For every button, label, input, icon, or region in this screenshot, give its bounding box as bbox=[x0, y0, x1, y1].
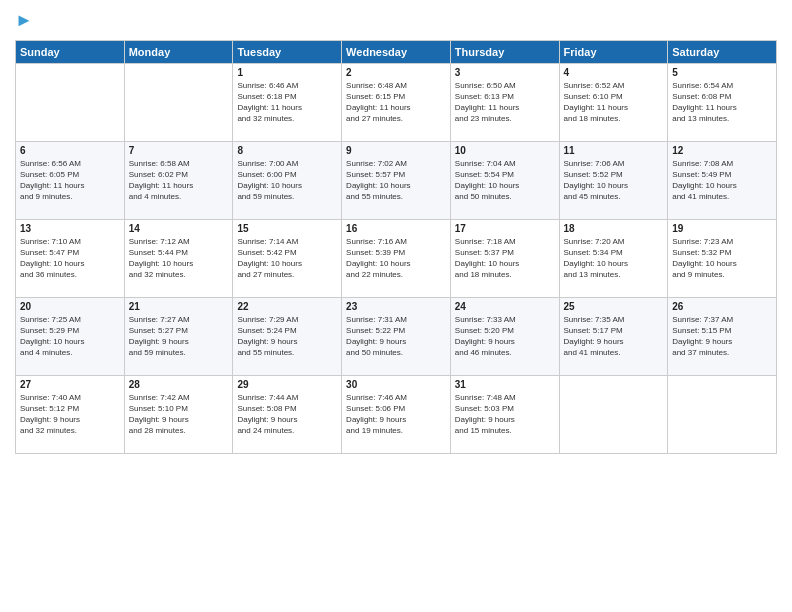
calendar-cell: 13Sunrise: 7:10 AMSunset: 5:47 PMDayligh… bbox=[16, 219, 125, 297]
day-number: 8 bbox=[237, 145, 337, 156]
day-number: 2 bbox=[346, 67, 446, 78]
day-info: Sunrise: 7:44 AMSunset: 5:08 PMDaylight:… bbox=[237, 392, 337, 437]
weekday-header-saturday: Saturday bbox=[668, 40, 777, 63]
calendar-cell: 6Sunrise: 6:56 AMSunset: 6:05 PMDaylight… bbox=[16, 141, 125, 219]
day-info: Sunrise: 6:58 AMSunset: 6:02 PMDaylight:… bbox=[129, 158, 229, 203]
day-number: 10 bbox=[455, 145, 555, 156]
day-info: Sunrise: 7:31 AMSunset: 5:22 PMDaylight:… bbox=[346, 314, 446, 359]
day-info: Sunrise: 6:54 AMSunset: 6:08 PMDaylight:… bbox=[672, 80, 772, 125]
calendar-cell: 31Sunrise: 7:48 AMSunset: 5:03 PMDayligh… bbox=[450, 375, 559, 453]
calendar-cell: 21Sunrise: 7:27 AMSunset: 5:27 PMDayligh… bbox=[124, 297, 233, 375]
calendar-cell: 1Sunrise: 6:46 AMSunset: 6:18 PMDaylight… bbox=[233, 63, 342, 141]
day-info: Sunrise: 7:04 AMSunset: 5:54 PMDaylight:… bbox=[455, 158, 555, 203]
calendar-cell bbox=[16, 63, 125, 141]
day-number: 21 bbox=[129, 301, 229, 312]
day-info: Sunrise: 6:52 AMSunset: 6:10 PMDaylight:… bbox=[564, 80, 664, 125]
calendar-cell: 29Sunrise: 7:44 AMSunset: 5:08 PMDayligh… bbox=[233, 375, 342, 453]
calendar-cell: 10Sunrise: 7:04 AMSunset: 5:54 PMDayligh… bbox=[450, 141, 559, 219]
calendar-cell: 19Sunrise: 7:23 AMSunset: 5:32 PMDayligh… bbox=[668, 219, 777, 297]
day-number: 31 bbox=[455, 379, 555, 390]
calendar-cell: 23Sunrise: 7:31 AMSunset: 5:22 PMDayligh… bbox=[342, 297, 451, 375]
day-info: Sunrise: 7:08 AMSunset: 5:49 PMDaylight:… bbox=[672, 158, 772, 203]
day-number: 4 bbox=[564, 67, 664, 78]
calendar-cell: 7Sunrise: 6:58 AMSunset: 6:02 PMDaylight… bbox=[124, 141, 233, 219]
calendar-cell: 16Sunrise: 7:16 AMSunset: 5:39 PMDayligh… bbox=[342, 219, 451, 297]
day-info: Sunrise: 7:40 AMSunset: 5:12 PMDaylight:… bbox=[20, 392, 120, 437]
logo: ► bbox=[15, 10, 33, 32]
calendar-cell: 20Sunrise: 7:25 AMSunset: 5:29 PMDayligh… bbox=[16, 297, 125, 375]
day-info: Sunrise: 7:35 AMSunset: 5:17 PMDaylight:… bbox=[564, 314, 664, 359]
day-info: Sunrise: 7:23 AMSunset: 5:32 PMDaylight:… bbox=[672, 236, 772, 281]
day-info: Sunrise: 7:48 AMSunset: 5:03 PMDaylight:… bbox=[455, 392, 555, 437]
calendar-cell: 12Sunrise: 7:08 AMSunset: 5:49 PMDayligh… bbox=[668, 141, 777, 219]
day-info: Sunrise: 7:20 AMSunset: 5:34 PMDaylight:… bbox=[564, 236, 664, 281]
week-row-4: 20Sunrise: 7:25 AMSunset: 5:29 PMDayligh… bbox=[16, 297, 777, 375]
day-number: 15 bbox=[237, 223, 337, 234]
weekday-header-tuesday: Tuesday bbox=[233, 40, 342, 63]
page: ► SundayMondayTuesdayWednesdayThursdayFr… bbox=[0, 0, 792, 612]
day-info: Sunrise: 7:46 AMSunset: 5:06 PMDaylight:… bbox=[346, 392, 446, 437]
day-number: 25 bbox=[564, 301, 664, 312]
day-number: 30 bbox=[346, 379, 446, 390]
week-row-1: 1Sunrise: 6:46 AMSunset: 6:18 PMDaylight… bbox=[16, 63, 777, 141]
weekday-header-sunday: Sunday bbox=[16, 40, 125, 63]
day-number: 7 bbox=[129, 145, 229, 156]
day-number: 11 bbox=[564, 145, 664, 156]
day-info: Sunrise: 6:50 AMSunset: 6:13 PMDaylight:… bbox=[455, 80, 555, 125]
day-number: 27 bbox=[20, 379, 120, 390]
day-info: Sunrise: 7:29 AMSunset: 5:24 PMDaylight:… bbox=[237, 314, 337, 359]
weekday-header-row: SundayMondayTuesdayWednesdayThursdayFrid… bbox=[16, 40, 777, 63]
logo-arrow-inline: ► bbox=[15, 10, 33, 30]
calendar-cell: 24Sunrise: 7:33 AMSunset: 5:20 PMDayligh… bbox=[450, 297, 559, 375]
day-info: Sunrise: 7:00 AMSunset: 6:00 PMDaylight:… bbox=[237, 158, 337, 203]
day-info: Sunrise: 6:48 AMSunset: 6:15 PMDaylight:… bbox=[346, 80, 446, 125]
weekday-header-thursday: Thursday bbox=[450, 40, 559, 63]
logo-text: ► bbox=[15, 10, 33, 32]
day-info: Sunrise: 7:42 AMSunset: 5:10 PMDaylight:… bbox=[129, 392, 229, 437]
day-info: Sunrise: 6:56 AMSunset: 6:05 PMDaylight:… bbox=[20, 158, 120, 203]
calendar-cell: 17Sunrise: 7:18 AMSunset: 5:37 PMDayligh… bbox=[450, 219, 559, 297]
calendar-cell: 25Sunrise: 7:35 AMSunset: 5:17 PMDayligh… bbox=[559, 297, 668, 375]
calendar-cell: 30Sunrise: 7:46 AMSunset: 5:06 PMDayligh… bbox=[342, 375, 451, 453]
day-number: 6 bbox=[20, 145, 120, 156]
day-number: 14 bbox=[129, 223, 229, 234]
calendar-cell: 11Sunrise: 7:06 AMSunset: 5:52 PMDayligh… bbox=[559, 141, 668, 219]
day-info: Sunrise: 7:02 AMSunset: 5:57 PMDaylight:… bbox=[346, 158, 446, 203]
calendar-cell: 5Sunrise: 6:54 AMSunset: 6:08 PMDaylight… bbox=[668, 63, 777, 141]
calendar-cell: 14Sunrise: 7:12 AMSunset: 5:44 PMDayligh… bbox=[124, 219, 233, 297]
day-number: 26 bbox=[672, 301, 772, 312]
day-number: 1 bbox=[237, 67, 337, 78]
day-number: 5 bbox=[672, 67, 772, 78]
day-info: Sunrise: 7:25 AMSunset: 5:29 PMDaylight:… bbox=[20, 314, 120, 359]
day-number: 13 bbox=[20, 223, 120, 234]
calendar-cell: 15Sunrise: 7:14 AMSunset: 5:42 PMDayligh… bbox=[233, 219, 342, 297]
day-number: 17 bbox=[455, 223, 555, 234]
calendar-cell: 4Sunrise: 6:52 AMSunset: 6:10 PMDaylight… bbox=[559, 63, 668, 141]
day-info: Sunrise: 7:12 AMSunset: 5:44 PMDaylight:… bbox=[129, 236, 229, 281]
weekday-header-wednesday: Wednesday bbox=[342, 40, 451, 63]
week-row-5: 27Sunrise: 7:40 AMSunset: 5:12 PMDayligh… bbox=[16, 375, 777, 453]
day-number: 16 bbox=[346, 223, 446, 234]
calendar-cell: 9Sunrise: 7:02 AMSunset: 5:57 PMDaylight… bbox=[342, 141, 451, 219]
day-number: 18 bbox=[564, 223, 664, 234]
calendar: SundayMondayTuesdayWednesdayThursdayFrid… bbox=[15, 40, 777, 454]
week-row-3: 13Sunrise: 7:10 AMSunset: 5:47 PMDayligh… bbox=[16, 219, 777, 297]
day-number: 24 bbox=[455, 301, 555, 312]
calendar-cell: 22Sunrise: 7:29 AMSunset: 5:24 PMDayligh… bbox=[233, 297, 342, 375]
weekday-header-monday: Monday bbox=[124, 40, 233, 63]
day-number: 12 bbox=[672, 145, 772, 156]
day-number: 19 bbox=[672, 223, 772, 234]
day-number: 20 bbox=[20, 301, 120, 312]
day-info: Sunrise: 7:06 AMSunset: 5:52 PMDaylight:… bbox=[564, 158, 664, 203]
day-number: 29 bbox=[237, 379, 337, 390]
weekday-header-friday: Friday bbox=[559, 40, 668, 63]
calendar-cell: 8Sunrise: 7:00 AMSunset: 6:00 PMDaylight… bbox=[233, 141, 342, 219]
day-info: Sunrise: 6:46 AMSunset: 6:18 PMDaylight:… bbox=[237, 80, 337, 125]
day-number: 22 bbox=[237, 301, 337, 312]
calendar-cell: 2Sunrise: 6:48 AMSunset: 6:15 PMDaylight… bbox=[342, 63, 451, 141]
day-number: 28 bbox=[129, 379, 229, 390]
day-info: Sunrise: 7:27 AMSunset: 5:27 PMDaylight:… bbox=[129, 314, 229, 359]
calendar-cell: 27Sunrise: 7:40 AMSunset: 5:12 PMDayligh… bbox=[16, 375, 125, 453]
day-number: 3 bbox=[455, 67, 555, 78]
calendar-cell bbox=[124, 63, 233, 141]
